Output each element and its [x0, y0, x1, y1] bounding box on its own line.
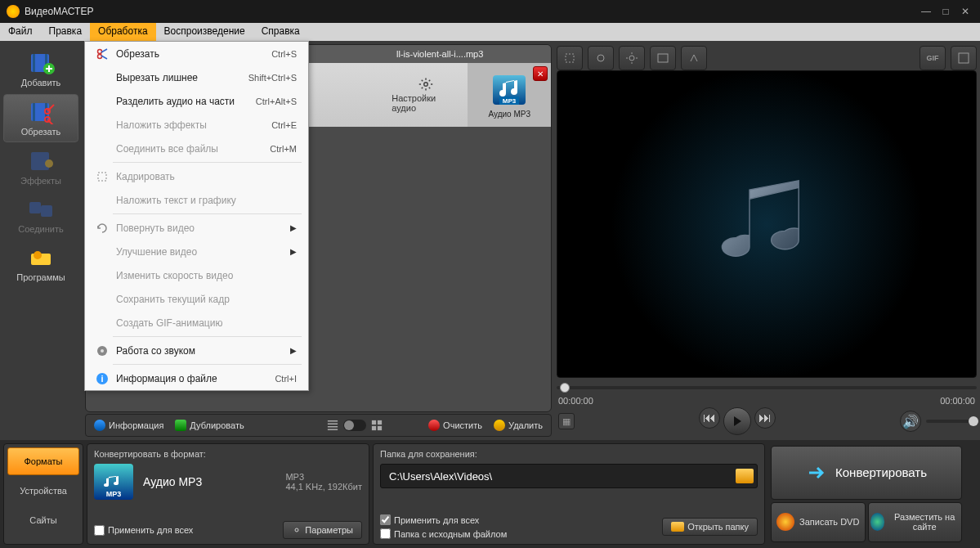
chevron-right-icon: ▶: [290, 223, 297, 232]
menu-item[interactable]: ОбрезатьCtrl+S: [85, 42, 308, 65]
music-note-icon: [709, 167, 824, 281]
time-total: 00:00:00: [940, 396, 975, 406]
menu-item[interactable]: Работа со звуком▶: [85, 339, 308, 362]
menubar-item-2[interactable]: Обработка: [90, 23, 156, 41]
sidebar-item-add[interactable]: Добавить: [3, 46, 78, 92]
volume-slider[interactable]: [926, 420, 975, 423]
prev-button[interactable]: ⏮: [699, 407, 720, 429]
volume-button[interactable]: 🔊: [900, 411, 921, 432]
view-toggle[interactable]: [343, 420, 366, 431]
fullscreen-tool[interactable]: [951, 46, 977, 70]
svg-rect-1: [33, 54, 35, 72]
mp3-icon: MP3: [94, 464, 133, 500]
snapshot-button[interactable]: ▦: [558, 413, 575, 429]
menubar-item-3[interactable]: Воспроизведение: [156, 23, 253, 41]
open-folder-button[interactable]: Открыть папку: [662, 518, 758, 536]
effects-tool[interactable]: [619, 46, 645, 70]
remove-file-button[interactable]: ✕: [533, 66, 548, 81]
upload-button[interactable]: Разместить на сайте: [868, 502, 963, 542]
menu-item[interactable]: Разделить аудио на частиCtrl+Alt+S: [85, 89, 308, 113]
next-button[interactable]: ⏭: [754, 407, 776, 429]
close-button[interactable]: ✕: [957, 6, 973, 17]
clear-icon: [428, 420, 440, 431]
browse-folder-button[interactable]: [736, 469, 754, 483]
menu-item: Кадрировать: [85, 164, 308, 188]
format-panel-title: Конвертировать в формат:: [94, 449, 362, 459]
svg-point-15: [424, 83, 428, 87]
speed-tool[interactable]: [681, 46, 707, 70]
menubar-item-0[interactable]: Файл: [0, 23, 41, 41]
convert-button[interactable]: Конвертировать: [771, 446, 962, 500]
svg-rect-20: [378, 420, 382, 424]
bottom-tab-2[interactable]: Сайты: [7, 506, 79, 534]
camera-icon: [594, 52, 607, 65]
snapshot-tool[interactable]: [588, 46, 614, 70]
app-title: ВидеоМАСТЕР: [25, 6, 915, 17]
chevron-right-icon: ▶: [290, 346, 297, 355]
timeline[interactable]: [557, 378, 977, 394]
menu-item: Соединить все файлыCtrl+M: [85, 137, 308, 160]
svg-point-14: [34, 251, 42, 259]
menu-item[interactable]: Вырезать лишнееShift+Ctrl+S: [85, 65, 308, 89]
effects-icon: [26, 149, 56, 173]
convert-icon: [806, 462, 827, 483]
time-current: 00:00:00: [558, 396, 593, 406]
film-icon: [656, 52, 669, 65]
sidebar-item-effects[interactable]: Эффекты: [3, 144, 78, 191]
menubar-item-1[interactable]: Правка: [41, 23, 91, 41]
volume-thumb[interactable]: [969, 416, 978, 426]
view-grid-icon[interactable]: [371, 420, 383, 431]
crop-icon: [563, 52, 576, 65]
bottom-tab-0[interactable]: Форматы: [7, 447, 79, 475]
params-button[interactable]: Параметры: [283, 521, 362, 539]
menu-item[interactable]: iИнформация о файлеCtrl+I: [85, 366, 308, 390]
svg-rect-27: [959, 53, 969, 63]
save-path-field[interactable]: C:\Users\Alex\Videos\: [380, 464, 758, 488]
svg-rect-23: [566, 54, 574, 62]
delete-button[interactable]: Удалить: [490, 418, 546, 433]
crop-tool[interactable]: [557, 46, 583, 70]
svg-rect-31: [98, 173, 106, 181]
svg-point-24: [597, 55, 604, 61]
svg-point-28: [295, 528, 298, 532]
chevron-right-icon: ▶: [290, 247, 297, 256]
rotate-tool[interactable]: [650, 46, 676, 70]
sidebar-item-programs[interactable]: Программы: [3, 240, 78, 287]
format-name: Аудио MP3: [143, 475, 202, 488]
duplicate-button[interactable]: Дублировать: [172, 418, 247, 433]
svg-rect-21: [372, 426, 376, 430]
menubar-item-4[interactable]: Справка: [253, 23, 308, 41]
menu-item: Повернуть видео▶: [85, 216, 308, 240]
svg-rect-19: [372, 420, 376, 424]
svg-text:MP3: MP3: [503, 97, 517, 105]
view-list-icon[interactable]: [327, 420, 338, 431]
gear-icon: [418, 77, 433, 92]
source-folder-checkbox[interactable]: Папка с исходным файлом: [380, 528, 507, 539]
cut-icon: [26, 100, 56, 124]
svg-point-10: [45, 159, 53, 168]
delete-icon: [494, 420, 505, 431]
apply-all-format-checkbox[interactable]: Применить для всех: [94, 525, 193, 536]
clear-button[interactable]: Очистить: [425, 418, 486, 433]
info-button[interactable]: Информация: [91, 418, 167, 433]
format-selector[interactable]: MP3 Аудио MP3 MP3 44,1 KHz, 192Кбит: [94, 459, 362, 505]
minimize-button[interactable]: ―: [918, 6, 934, 17]
fullscreen-icon: [957, 52, 970, 65]
maximize-button[interactable]: □: [937, 6, 954, 17]
gear-icon: [292, 525, 302, 535]
apply-all-save-checkbox[interactable]: Применить для всех: [380, 514, 507, 525]
menu-item: Изменить скорость видео: [85, 263, 308, 287]
mp3-format-icon: MP3: [490, 72, 529, 108]
sidebar-item-join[interactable]: Соединить: [3, 192, 78, 239]
audio-settings-button[interactable]: Настройки аудио: [383, 74, 468, 116]
play-button[interactable]: [723, 407, 751, 435]
timeline-thumb[interactable]: [560, 383, 570, 393]
sun-icon: [625, 52, 638, 65]
gif-tool[interactable]: GIF: [920, 46, 946, 70]
bottom-tab-1[interactable]: Устройства: [7, 477, 79, 505]
burn-dvd-button[interactable]: Записать DVD: [771, 502, 866, 542]
globe-icon: [870, 513, 885, 531]
menu-item: Сохранить текущий кадр: [85, 287, 308, 311]
sidebar-item-cut[interactable]: Обрезать: [3, 94, 78, 142]
svg-point-25: [629, 56, 634, 61]
